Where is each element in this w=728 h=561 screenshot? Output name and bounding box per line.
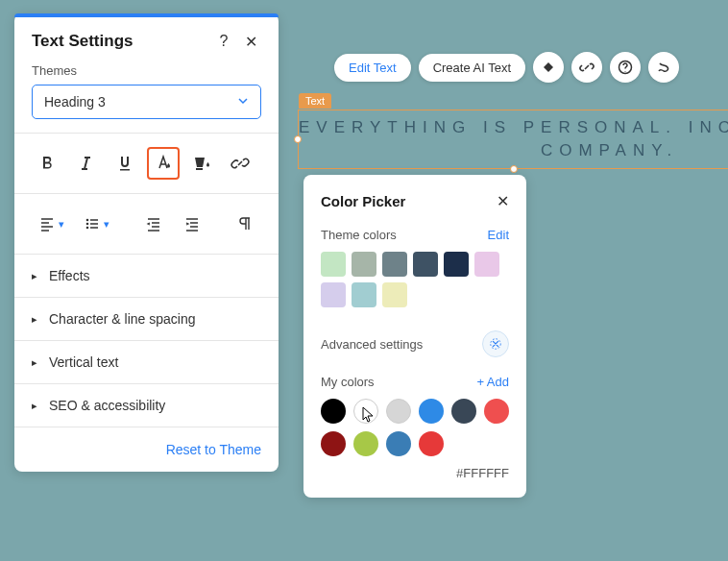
theme-swatches <box>321 252 509 307</box>
my-color-swatch[interactable] <box>484 399 509 424</box>
collapsible-label: Effects <box>49 268 90 283</box>
svg-point-2 <box>86 227 89 230</box>
floating-toolbar: Edit Text Create AI Text <box>334 52 679 83</box>
text-color-button[interactable] <box>147 147 180 180</box>
theme-selected-text: Heading 3 <box>44 94 106 110</box>
link-icon[interactable] <box>571 52 602 83</box>
italic-button[interactable] <box>70 147 103 180</box>
theme-color-swatch[interactable] <box>444 252 469 277</box>
element-type-tag: Text <box>299 93 331 109</box>
my-colors-label: My colors <box>321 375 375 389</box>
text-element[interactable]: Text EVERYTHING IS PERSONAL. INCLUD COMP… <box>298 110 728 169</box>
theme-color-swatch[interactable] <box>352 282 376 307</box>
my-color-swatch[interactable] <box>321 431 346 456</box>
collapsible-label: SEO & accessibility <box>49 398 165 413</box>
highlight-button[interactable] <box>185 147 218 180</box>
my-color-swatch[interactable] <box>353 431 378 456</box>
advanced-label: Advanced settings <box>321 337 423 352</box>
picker-header: Color Picker ✕ <box>321 192 509 210</box>
animation-icon[interactable] <box>533 52 564 83</box>
help-icon[interactable] <box>610 52 641 83</box>
theme-color-swatch[interactable] <box>474 252 499 277</box>
picker-title: Color Picker <box>321 193 405 209</box>
color-picker-panel: Color Picker ✕ Theme colors Edit Advance… <box>303 175 526 498</box>
close-icon[interactable]: ✕ <box>497 192 509 210</box>
advanced-settings-button[interactable] <box>482 330 509 357</box>
my-color-swatch[interactable] <box>353 399 378 424</box>
bold-button[interactable] <box>32 147 64 180</box>
theme-colors-label: Theme colors <box>321 228 397 242</box>
indent-button[interactable] <box>176 207 208 240</box>
chevron-down-icon: ▾ <box>104 218 109 231</box>
my-color-swatches <box>321 399 509 456</box>
spacing-section[interactable]: ▸Character & line spacing <box>14 298 279 340</box>
chevron-down-icon: ▾ <box>59 218 64 231</box>
edit-text-button[interactable]: Edit Text <box>334 54 411 82</box>
create-ai-text-button[interactable]: Create AI Text <box>419 54 525 82</box>
align-button[interactable]: ▾ <box>32 207 71 240</box>
my-color-swatch[interactable] <box>386 431 411 456</box>
theme-color-swatch[interactable] <box>321 252 346 277</box>
chevron-down-icon <box>237 93 249 110</box>
advanced-settings-row: Advanced settings <box>321 321 509 367</box>
panel-title: Text Settings <box>32 32 207 51</box>
text-line-1: EVERYTHING IS PERSONAL. INCLUD <box>299 118 728 136</box>
vertical-text-section[interactable]: ▸Vertical text <box>14 341 279 383</box>
theme-color-swatch[interactable] <box>321 282 346 307</box>
text-settings-panel: Text Settings ? ✕ Themes Heading 3 ▾ ▾ <box>14 13 279 472</box>
text-content: EVERYTHING IS PERSONAL. INCLUD COMPANY. <box>299 110 728 168</box>
chevron-right-icon: ▸ <box>32 356 37 369</box>
theme-color-swatch[interactable] <box>382 282 407 307</box>
reset-theme-button[interactable]: Reset to Theme <box>166 442 261 457</box>
theme-color-swatch[interactable] <box>413 252 438 277</box>
format-row <box>14 134 279 193</box>
svg-point-0 <box>86 219 89 222</box>
effects-section[interactable]: ▸Effects <box>14 255 279 297</box>
svg-point-1 <box>86 223 89 226</box>
outdent-button[interactable] <box>137 207 170 240</box>
seo-section[interactable]: ▸SEO & accessibility <box>14 384 279 427</box>
theme-color-swatch[interactable] <box>382 252 407 277</box>
help-icon[interactable]: ? <box>213 31 234 52</box>
add-color-button[interactable]: + Add <box>476 375 509 389</box>
resize-handle-left[interactable] <box>294 135 302 143</box>
link-button[interactable] <box>224 147 256 180</box>
theme-color-swatch[interactable] <box>352 252 376 277</box>
hex-value: #FFFFFF <box>321 466 509 480</box>
chevron-right-icon: ▸ <box>32 270 37 282</box>
close-icon[interactable]: ✕ <box>240 31 261 52</box>
underline-button[interactable] <box>109 147 141 180</box>
theme-colors-header: Theme colors Edit <box>321 228 509 242</box>
my-color-swatch[interactable] <box>419 431 444 456</box>
text-direction-button[interactable] <box>229 207 261 240</box>
list-button[interactable]: ▾ <box>77 207 116 240</box>
my-color-swatch[interactable] <box>419 399 444 424</box>
my-color-swatch[interactable] <box>321 399 346 424</box>
my-colors-header: My colors + Add <box>321 375 509 389</box>
my-color-swatch[interactable] <box>386 399 411 424</box>
chevron-right-icon: ▸ <box>32 313 37 326</box>
theme-select[interactable]: Heading 3 <box>32 85 261 119</box>
collapsible-label: Character & line spacing <box>49 311 196 327</box>
text-line-2: COMPANY. <box>299 141 728 160</box>
my-color-swatch[interactable] <box>451 399 476 424</box>
panel-header: Text Settings ? ✕ <box>14 17 279 63</box>
chevron-right-icon: ▸ <box>32 400 37 412</box>
align-row: ▾ ▾ <box>14 194 279 254</box>
resize-handle-bottom[interactable] <box>510 165 518 173</box>
edit-theme-colors-button[interactable]: Edit <box>488 228 509 242</box>
collapsible-label: Vertical text <box>49 354 118 370</box>
more-icon[interactable] <box>648 52 679 83</box>
reset-row: Reset to Theme <box>14 427 279 472</box>
themes-label: Themes <box>32 63 261 78</box>
themes-section: Themes Heading 3 <box>14 63 279 133</box>
